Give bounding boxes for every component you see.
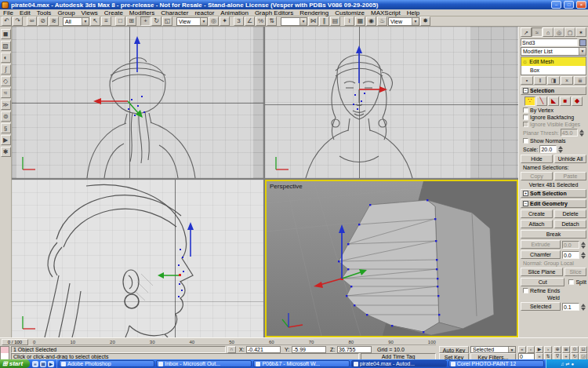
select-manipulate-icon[interactable]: ✦ xyxy=(220,16,230,26)
time-slider[interactable]: 0 / 100 xyxy=(2,339,28,345)
menu-help[interactable]: Help xyxy=(404,9,423,16)
render-type-dropdown[interactable]: View▼ xyxy=(388,17,419,26)
taskbar-button-3dsmax[interactable]: pirate04.max - Autod... xyxy=(351,360,447,367)
redo-icon[interactable]: ↷ xyxy=(13,16,23,26)
motion-tab-icon[interactable]: ◎ xyxy=(554,27,564,37)
break-button[interactable]: Break xyxy=(521,230,586,239)
minimize-button[interactable]: – xyxy=(551,1,561,9)
render-scene-icon[interactable]: ♨ xyxy=(377,16,387,26)
menu-character[interactable]: Character xyxy=(158,9,191,16)
tray-network-icon[interactable]: ⇄ xyxy=(565,361,569,366)
unhide-all-button[interactable]: Unhide All xyxy=(554,155,586,163)
show-normals-checkbox[interactable]: Show Normals xyxy=(521,138,586,144)
menu-modifiers[interactable]: Modifiers xyxy=(126,9,158,16)
ql-desktop-icon[interactable]: ▦ xyxy=(40,361,46,367)
selection-lock-icon[interactable]: ∩ xyxy=(227,346,236,353)
window-crossing-icon[interactable]: ⊞ xyxy=(126,16,136,26)
snap-3d-icon[interactable]: 3 xyxy=(234,16,244,26)
refine-ends-checkbox[interactable]: Refine Ends xyxy=(521,288,586,293)
spinner-snap-icon[interactable]: ⇅ xyxy=(267,16,277,26)
normals-scale-field[interactable]: 20.0 xyxy=(539,145,557,153)
create-button[interactable]: Create xyxy=(521,210,553,218)
display-tab-icon[interactable]: ▢ xyxy=(564,27,575,37)
zoom-all-icon[interactable]: ⊞ xyxy=(562,346,570,353)
tray-msg-icon[interactable]: ● xyxy=(571,362,574,366)
expand-icon[interactable]: + xyxy=(523,191,528,196)
z-coordinate-field[interactable]: 36.755 xyxy=(337,346,372,353)
material-editor-icon[interactable]: ◉ xyxy=(366,16,376,26)
reactor-preview-icon[interactable]: ▶ xyxy=(1,135,11,145)
mirror-icon[interactable]: ⋈ xyxy=(308,16,318,26)
select-object-icon[interactable]: ↖ xyxy=(90,16,100,26)
maxscript-mini-listener[interactable] xyxy=(0,346,9,360)
detach-button[interactable]: Detach xyxy=(554,220,586,228)
curve-editor-icon[interactable]: ≀ xyxy=(344,16,354,26)
create-tab-icon[interactable]: ↗ xyxy=(521,27,532,37)
menu-graph-editors[interactable]: Graph Editors xyxy=(252,9,296,16)
reactor-water-icon[interactable]: ≈ xyxy=(1,88,11,98)
rect-region-icon[interactable]: □ xyxy=(115,16,125,26)
reactor-soft-icon[interactable]: ◐ xyxy=(1,53,11,63)
menu-create[interactable]: Create xyxy=(101,9,126,16)
utilities-tab-icon[interactable]: ✶ xyxy=(575,27,586,37)
bulb-icon[interactable]: ☼ xyxy=(522,58,528,65)
taskbar-button-photoshop[interactable]: Adobe Photoshop xyxy=(59,360,154,367)
layer-manager-icon[interactable]: ▤ xyxy=(330,16,340,26)
remove-modifier-icon[interactable]: × xyxy=(561,76,573,85)
reactor-cloth-icon[interactable]: ▧ xyxy=(1,41,11,51)
chamfer-field[interactable]: 0.0 xyxy=(562,251,579,259)
ql-ie-icon[interactable]: e xyxy=(32,361,38,367)
viewport-perspective[interactable]: Perspective xyxy=(265,180,518,337)
stack-item-edit-mesh[interactable]: ☼ Edit Mesh xyxy=(521,57,586,66)
reactor-motor-icon[interactable]: ⊚ xyxy=(1,111,11,122)
bind-spacewarp-icon[interactable]: ≋ xyxy=(49,16,59,26)
stack-item-base[interactable]: Box xyxy=(521,66,586,75)
ql-media-icon[interactable]: ▶ xyxy=(48,361,54,367)
edit-geometry-rollout-header[interactable]: − Edit Geometry xyxy=(521,199,586,208)
menu-maxscript[interactable]: MAXScript xyxy=(368,9,404,16)
select-link-icon[interactable]: ∞ xyxy=(27,16,37,26)
ref-coord-center-icon[interactable]: ◎ xyxy=(209,16,219,26)
pin-stack-icon[interactable]: ▪ xyxy=(521,76,533,85)
x-coordinate-field[interactable]: -0.421 xyxy=(246,346,281,353)
attach-button[interactable]: Attach xyxy=(521,220,553,228)
menu-file[interactable]: File xyxy=(0,9,16,16)
menu-animation[interactable]: Animation xyxy=(217,9,252,16)
by-vertex-checkbox[interactable]: By Vertex xyxy=(521,107,586,113)
taskbar-button-photopaint[interactable]: Corel PHOTO-PAINT 12 xyxy=(448,360,544,367)
zoom-extents-all-icon[interactable]: ⊡ xyxy=(579,346,587,353)
checkbox[interactable] xyxy=(523,288,528,293)
play-icon[interactable]: ▶ xyxy=(535,346,543,353)
close-button[interactable]: × xyxy=(576,1,586,9)
menu-views[interactable]: Views xyxy=(78,9,101,16)
weld-threshold-field[interactable]: 0.1 xyxy=(562,303,579,311)
taskbar-button-outlook[interactable]: Inbox - Microsoft Out... xyxy=(156,360,252,367)
viewport-top-right[interactable] xyxy=(265,27,518,178)
menu-group[interactable]: Group xyxy=(54,9,78,16)
track-bar[interactable]: 0 10 20 30 40 50 60 70 80 90 100 xyxy=(33,339,436,345)
cut-button[interactable]: Cut xyxy=(521,278,564,286)
vertex-icon[interactable]: ∵ xyxy=(524,97,535,106)
percent-snap-icon[interactable]: % xyxy=(256,16,266,26)
menu-rendering[interactable]: Rendering xyxy=(296,9,332,16)
listener-script-pane[interactable] xyxy=(1,353,9,359)
spinner[interactable] xyxy=(558,145,564,153)
soft-selection-rollout-header[interactable]: + Soft Selection xyxy=(521,189,586,198)
selection-filter-dropdown[interactable]: All▼ xyxy=(63,17,89,26)
split-checkbox[interactable]: Split xyxy=(566,279,586,285)
select-move-icon[interactable]: + xyxy=(140,16,151,26)
reactor-rope-icon[interactable]: ∫ xyxy=(1,64,11,75)
next-frame-icon[interactable]: › xyxy=(544,346,552,353)
viewport-top-left[interactable] xyxy=(12,27,263,178)
angle-snap-icon[interactable]: ∠ xyxy=(245,16,255,26)
listener-macro-pane[interactable] xyxy=(1,347,9,353)
select-scale-icon[interactable]: ◱ xyxy=(162,16,172,26)
collapse-icon[interactable]: − xyxy=(523,201,528,206)
spinner[interactable] xyxy=(581,251,586,259)
spinner[interactable] xyxy=(581,303,586,311)
edge-icon[interactable]: ╲ xyxy=(536,97,547,106)
menu-edit[interactable]: Edit xyxy=(16,9,34,16)
object-color-swatch[interactable] xyxy=(579,39,586,46)
viewport-label[interactable]: Perspective xyxy=(270,183,303,190)
coordinate-system-dropdown[interactable]: View▼ xyxy=(176,17,208,26)
